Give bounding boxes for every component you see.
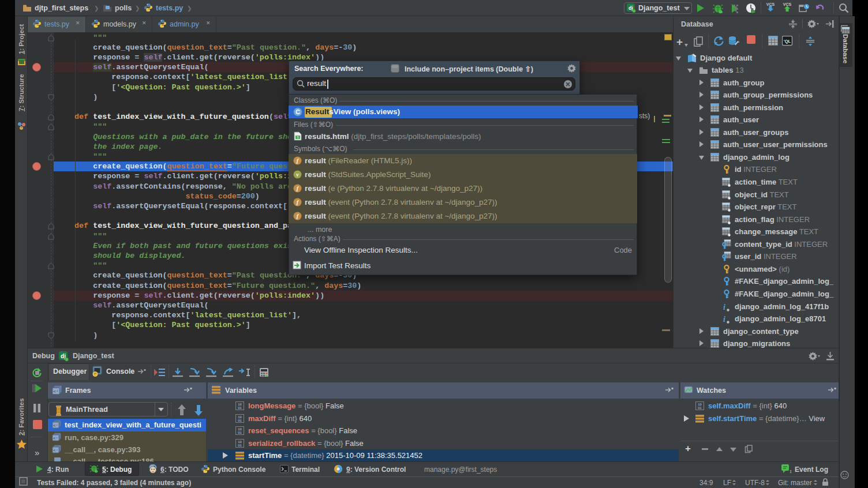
svg-text:<ʴ: <ʴ [53, 448, 58, 453]
svg-text:<ʴ: <ʴ [53, 389, 59, 394]
svg-text:01: 01 [238, 444, 242, 448]
svg-text:dj: dj [628, 5, 633, 11]
svg-text:01: 01 [238, 406, 242, 410]
svg-text:01: 01 [238, 431, 242, 435]
svg-text:C: C [295, 108, 300, 115]
svg-text:01: 01 [698, 406, 702, 410]
svg-text:v: v [296, 171, 299, 178]
svg-text:i: i [723, 303, 725, 311]
svg-text:dj: dj [61, 353, 66, 359]
svg-text:5: 5 [297, 136, 298, 139]
svg-text:<ʴ: <ʴ [53, 436, 58, 441]
svg-text:<ʴ: <ʴ [53, 423, 58, 428]
svg-text:VCS: VCS [783, 2, 792, 6]
svg-text:VCS: VCS [766, 2, 775, 6]
svg-text:'QL: 'QL [784, 39, 791, 44]
svg-text:01: 01 [238, 419, 242, 423]
svg-text:1: 1 [790, 469, 791, 474]
svg-text:i: i [723, 315, 725, 324]
